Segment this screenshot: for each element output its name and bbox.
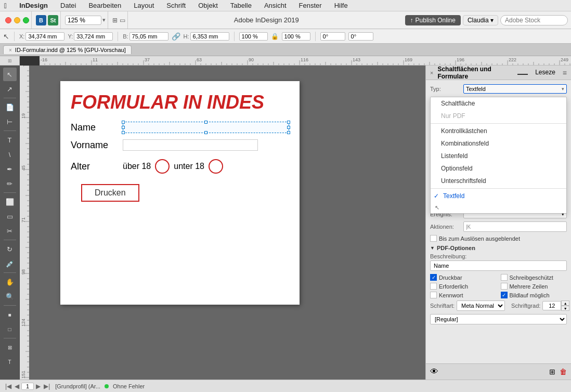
- drucken-button[interactable]: Drucken: [81, 184, 139, 202]
- rectangle-tool[interactable]: ▭: [3, 210, 17, 223]
- erforderlich-checkbox[interactable]: [430, 283, 437, 290]
- beschreibung-input[interactable]: [430, 260, 567, 271]
- bridge-icon[interactable]: B: [36, 15, 46, 25]
- y-input[interactable]: [74, 32, 113, 41]
- dropdown-item-schaltflache[interactable]: Schaltfläche: [431, 97, 566, 110]
- dropdown-item-kombination[interactable]: Kombinationsfeld: [431, 137, 566, 150]
- dropdown-item-textfeld[interactable]: Textfeld: [431, 190, 566, 202]
- angle2-input[interactable]: [348, 32, 373, 41]
- fill-color[interactable]: ■: [3, 308, 17, 321]
- zoom-input[interactable]: 125 %: [65, 16, 101, 25]
- stock-icon[interactable]: St: [48, 15, 58, 25]
- panel-menu-button[interactable]: ≡: [563, 69, 567, 77]
- kennwort-checkbox[interactable]: [430, 292, 437, 298]
- dropdown-item-kontroll[interactable]: Kontrollkästchen: [431, 125, 566, 137]
- aktionen-list[interactable]: |K: [463, 221, 567, 232]
- stroke-color[interactable]: □: [3, 322, 17, 336]
- text-tool-2[interactable]: T: [3, 355, 17, 369]
- hand-tool[interactable]: ✋: [3, 275, 17, 289]
- schriftgrad-input[interactable]: [542, 301, 561, 310]
- selection-tool[interactable]: ↖: [3, 68, 17, 81]
- handle-tr[interactable]: [287, 121, 290, 124]
- menu-hilfe[interactable]: Hilfe: [332, 2, 350, 9]
- apple-logo[interactable]: : [4, 2, 7, 10]
- handle-bl[interactable]: [122, 131, 125, 134]
- publish-online-button[interactable]: ↑ Publish Online: [405, 15, 461, 25]
- select-tool-icon[interactable]: ↖: [3, 32, 9, 41]
- zoom-dropdown-arrow[interactable]: ▾: [102, 17, 106, 23]
- line-tool[interactable]: \: [3, 148, 17, 161]
- prev-page-btn[interactable]: ◀: [14, 383, 20, 390]
- h-input[interactable]: [190, 32, 229, 41]
- schreibgeschutzt-checkbox[interactable]: [501, 274, 508, 281]
- panel-close-button[interactable]: ×: [430, 70, 433, 76]
- menu-datei[interactable]: Datei: [58, 2, 78, 9]
- next-page-btn[interactable]: ▶: [35, 383, 42, 390]
- name-input-field[interactable]: [123, 122, 289, 133]
- text-tool[interactable]: T: [3, 133, 17, 147]
- pdf-options-header[interactable]: ▼ PDF-Optionen: [430, 245, 567, 251]
- scale-x-input[interactable]: [239, 32, 268, 41]
- preview-icon[interactable]: 👁: [430, 367, 438, 376]
- schrift-style-select[interactable]: [Regular]: [430, 314, 567, 324]
- panel-tab-leseze[interactable]: Leseze: [530, 67, 561, 79]
- dropdown-item-liste[interactable]: Listenfeld: [431, 150, 566, 162]
- add-state-btn[interactable]: ⊞: [549, 368, 555, 376]
- user-menu-button[interactable]: Claudia ▾: [463, 15, 498, 25]
- traffic-light-green[interactable]: [23, 17, 29, 23]
- schriftart-select[interactable]: Meta Normal: [457, 300, 505, 311]
- unter18-radio[interactable]: [209, 159, 223, 174]
- bildlauf-checkbox[interactable]: ✓: [501, 292, 508, 298]
- screen-mode-btn[interactable]: ▭: [120, 17, 125, 24]
- menu-tabelle[interactable]: Tabelle: [228, 2, 254, 9]
- document-tab[interactable]: × ID-Formular.indd @ 125 % [GPU-Vorschau…: [3, 45, 132, 54]
- last-page-btn[interactable]: ▶|: [43, 383, 51, 390]
- menu-indesign[interactable]: InDesign: [17, 2, 50, 9]
- gap-tool[interactable]: ⊢: [3, 115, 17, 128]
- document-canvas[interactable]: FORMULAR IN INDES Name: [29, 66, 425, 380]
- menu-ansicht[interactable]: Ansicht: [262, 2, 289, 9]
- typ-select[interactable]: Textfeld ▾: [463, 84, 567, 94]
- schriftgrad-up[interactable]: ▲: [561, 300, 569, 306]
- adobe-stock-search[interactable]: [500, 15, 568, 25]
- handle-br[interactable]: [287, 131, 290, 134]
- panel-tab-main[interactable]: [517, 71, 528, 75]
- zoom-tool[interactable]: 🔍: [3, 290, 17, 303]
- lock-proportions-btn[interactable]: 🔗: [172, 32, 180, 41]
- handle-tc[interactable]: [204, 121, 207, 124]
- handle-mr[interactable]: [287, 126, 290, 129]
- delete-btn[interactable]: 🗑: [560, 368, 567, 376]
- schriftgrad-down[interactable]: ▼: [561, 306, 569, 311]
- handle-ml[interactable]: [122, 126, 125, 129]
- menu-objekt[interactable]: Objekt: [196, 2, 220, 9]
- eyedropper-tool[interactable]: 💉: [3, 257, 17, 270]
- scissors-tool[interactable]: ✂: [3, 224, 17, 238]
- view-mode-btn[interactable]: ⊞: [112, 17, 118, 24]
- uber18-radio[interactable]: [155, 159, 170, 174]
- x-input[interactable]: [25, 32, 64, 41]
- auslosen-checkbox[interactable]: [430, 235, 437, 242]
- druckbar-checkbox[interactable]: ✓: [430, 274, 437, 281]
- handle-tl[interactable]: [122, 121, 125, 124]
- traffic-light-red[interactable]: [5, 17, 11, 23]
- profile-selector[interactable]: [Grundprofil] (Ar...: [55, 383, 100, 389]
- scale-y-input[interactable]: [282, 32, 310, 41]
- dropdown-item-options[interactable]: Optionsfeld: [431, 162, 566, 175]
- frame-tool-2[interactable]: ⊠: [3, 341, 17, 354]
- rectangle-frame-tool[interactable]: ⬜: [3, 195, 17, 208]
- b-input[interactable]: [129, 32, 168, 41]
- menu-schrift[interactable]: Schrift: [164, 2, 188, 9]
- first-page-btn[interactable]: |◀: [4, 383, 12, 390]
- dropdown-item-unterschrift[interactable]: Unterschriftsfeld: [431, 175, 566, 187]
- tab-close-button[interactable]: ×: [9, 47, 12, 53]
- menu-layout[interactable]: Layout: [132, 2, 156, 9]
- vorname-input-field[interactable]: [123, 139, 258, 151]
- handle-bc[interactable]: [204, 131, 207, 134]
- traffic-light-yellow[interactable]: [14, 17, 20, 23]
- pen-tool[interactable]: ✒: [3, 162, 17, 176]
- page-tool[interactable]: 📄: [3, 100, 17, 114]
- menu-fenster[interactable]: Fenster: [297, 2, 324, 9]
- mehrere-zeilen-checkbox[interactable]: [501, 283, 508, 290]
- page-input[interactable]: [21, 383, 34, 390]
- direct-selection-tool[interactable]: ↗: [3, 82, 17, 96]
